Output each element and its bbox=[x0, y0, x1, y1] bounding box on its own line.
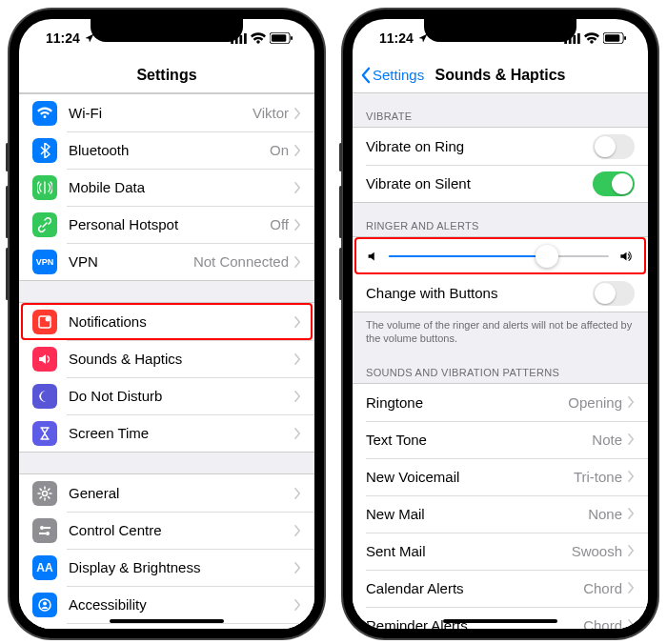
battery-icon bbox=[270, 32, 293, 44]
sounds-list[interactable]: VIBRATE Vibrate on Ring Vibrate on Silen… bbox=[353, 93, 648, 629]
chevron-right-icon bbox=[628, 582, 635, 594]
row-notifications[interactable]: Notifications bbox=[19, 303, 314, 340]
row-vpn[interactable]: VPNVPNNot Connected bbox=[19, 243, 314, 280]
chevron-right-icon bbox=[294, 488, 301, 499]
speaker-icon bbox=[32, 347, 57, 372]
section-footer: The volume of the ringer and alerts will… bbox=[353, 312, 648, 350]
chevron-right-icon bbox=[294, 391, 301, 402]
row-detail: Note bbox=[592, 432, 622, 448]
home-indicator[interactable] bbox=[110, 619, 224, 623]
row-label: New Voicemail bbox=[366, 469, 574, 485]
battery-icon bbox=[603, 32, 627, 44]
home-indicator[interactable] bbox=[443, 619, 557, 623]
row-label: VPN bbox=[69, 253, 193, 270]
bell-icon bbox=[32, 310, 57, 334]
moon-icon bbox=[32, 384, 57, 409]
chevron-right-icon bbox=[628, 545, 635, 556]
chevron-right-icon bbox=[294, 182, 301, 193]
person-icon bbox=[32, 593, 57, 617]
switches-icon bbox=[32, 518, 57, 543]
chevron-right-icon bbox=[628, 508, 635, 519]
navbar: Settings Sounds & Haptics bbox=[353, 57, 648, 93]
row-control-centre[interactable]: Control Centre bbox=[19, 512, 314, 549]
row-reminder[interactable]: Reminder Alerts Chord bbox=[353, 607, 648, 629]
row-label: Mobile Data bbox=[69, 179, 294, 195]
toggle-vibrate-ring[interactable] bbox=[593, 134, 635, 159]
chevron-right-icon bbox=[294, 353, 301, 365]
row-label: Calendar Alerts bbox=[366, 580, 583, 596]
row-vibrate-ring[interactable]: Vibrate on Ring bbox=[353, 128, 648, 165]
row-detail: Chord bbox=[583, 617, 622, 629]
row-detail: Chord bbox=[583, 580, 622, 596]
volume-slider-row bbox=[353, 237, 648, 274]
row-label: Vibrate on Silent bbox=[366, 175, 593, 191]
row-label: Wi-Fi bbox=[69, 105, 253, 121]
row-label: Notifications bbox=[69, 313, 294, 330]
volume-slider[interactable] bbox=[389, 255, 609, 257]
row-sent-mail[interactable]: Sent Mail Swoosh bbox=[353, 533, 648, 570]
row-screentime[interactable]: Screen Time bbox=[19, 414, 314, 452]
page-title: Settings bbox=[136, 67, 196, 84]
page-title: Sounds & Haptics bbox=[435, 67, 566, 84]
row-detail: None bbox=[588, 506, 622, 522]
wifi-icon bbox=[251, 32, 266, 44]
row-detail: Swoosh bbox=[572, 543, 622, 559]
row-wifi[interactable]: Wi-FiViktor bbox=[19, 94, 314, 131]
row-label: Sent Mail bbox=[366, 543, 572, 559]
row-wallpaper[interactable]: Wallpaper bbox=[19, 623, 314, 629]
row-change-buttons[interactable]: Change with Buttons bbox=[353, 274, 648, 312]
toggle-vibrate-silent[interactable] bbox=[593, 171, 635, 196]
row-calendar[interactable]: Calendar Alerts Chord bbox=[353, 570, 648, 607]
row-vibrate-silent[interactable]: Vibrate on Silent bbox=[353, 165, 648, 202]
row-label: Personal Hotspot bbox=[69, 216, 270, 232]
chevron-right-icon bbox=[294, 145, 301, 156]
chevron-right-icon bbox=[628, 619, 635, 629]
row-display[interactable]: AADisplay & Brightness bbox=[19, 549, 314, 586]
row-label: Accessibility bbox=[69, 596, 294, 613]
row-dnd[interactable]: Do Not Disturb bbox=[19, 377, 314, 414]
toggle-change-buttons[interactable] bbox=[593, 281, 635, 306]
hourglass-icon bbox=[32, 421, 57, 446]
chevron-right-icon bbox=[294, 525, 301, 536]
chevron-right-icon bbox=[294, 256, 301, 268]
antenna-icon bbox=[32, 175, 57, 200]
row-label: General bbox=[69, 485, 294, 501]
chevron-right-icon bbox=[628, 396, 635, 408]
bluetooth-icon bbox=[32, 138, 57, 163]
row-label: Screen Time bbox=[69, 425, 294, 441]
wifi-icon bbox=[584, 32, 599, 44]
row-detail: On bbox=[270, 142, 289, 158]
row-text-tone[interactable]: Text Tone Note bbox=[353, 421, 648, 458]
chevron-left-icon bbox=[360, 67, 371, 84]
chevron-right-icon bbox=[628, 471, 635, 482]
status-time: 11:24 bbox=[46, 30, 80, 46]
vpn-icon: VPN bbox=[32, 250, 57, 274]
row-label: Bluetooth bbox=[69, 142, 270, 158]
row-hotspot[interactable]: Personal HotspotOff bbox=[19, 206, 314, 243]
chevron-right-icon bbox=[294, 316, 301, 328]
row-detail: Not Connected bbox=[193, 253, 289, 270]
row-voicemail[interactable]: New Voicemail Tri-tone bbox=[353, 458, 648, 495]
row-bluetooth[interactable]: BluetoothOn bbox=[19, 131, 314, 169]
chevron-right-icon bbox=[294, 599, 301, 611]
row-detail: Tri-tone bbox=[574, 469, 622, 485]
row-accessibility[interactable]: Accessibility bbox=[19, 586, 314, 623]
navbar: Settings bbox=[19, 57, 314, 93]
row-mobile-data[interactable]: Mobile Data bbox=[19, 169, 314, 206]
row-detail: Off bbox=[270, 216, 289, 232]
row-label: Display & Brightness bbox=[69, 559, 294, 575]
chevron-right-icon bbox=[628, 433, 635, 445]
back-label: Settings bbox=[373, 67, 424, 83]
row-label: New Mail bbox=[366, 506, 588, 522]
row-new-mail[interactable]: New Mail None bbox=[353, 495, 648, 533]
back-button[interactable]: Settings bbox=[360, 67, 424, 84]
chevron-right-icon bbox=[294, 108, 301, 119]
settings-list[interactable]: Wi-FiViktorBluetoothOnMobile DataPersona… bbox=[19, 93, 314, 629]
row-label: Do Not Disturb bbox=[69, 388, 294, 404]
row-general[interactable]: General bbox=[19, 474, 314, 512]
section-header-patterns: SOUNDS AND VIBRATION PATTERNS bbox=[353, 350, 648, 383]
chevron-right-icon bbox=[294, 562, 301, 574]
row-ringtone[interactable]: Ringtone Opening bbox=[353, 384, 648, 421]
phone-left: 11:24 Settings Wi-FiViktorBluetoothOnMob… bbox=[10, 10, 324, 638]
row-sounds[interactable]: Sounds & Haptics bbox=[19, 340, 314, 377]
